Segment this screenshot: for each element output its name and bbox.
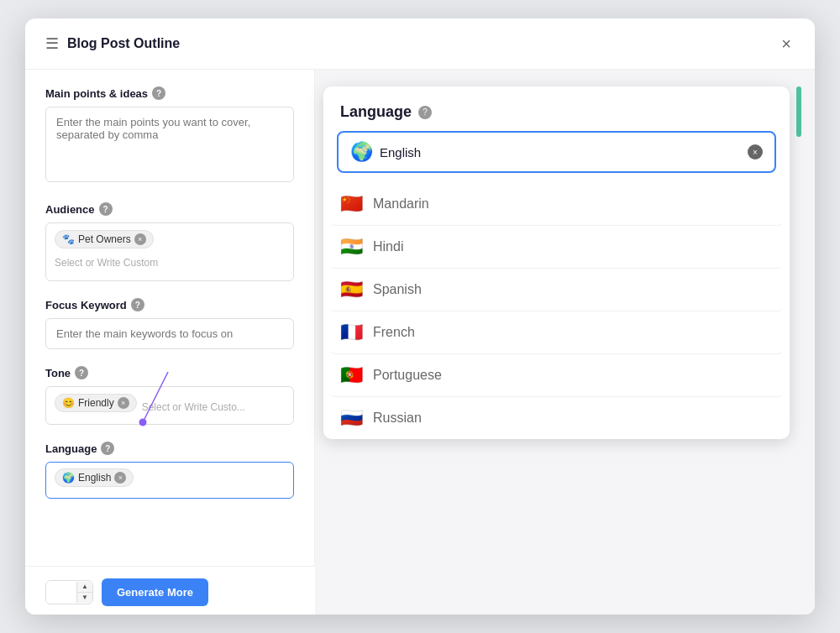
audience-tag: 🐾 Pet Owners × [55, 230, 154, 248]
modal-header: ☰ Blog Post Outline × [25, 18, 815, 70]
scrollbar-hint [796, 86, 801, 137]
quantity-wrapper: 1 ▲ ▼ [45, 580, 93, 604]
focus-keyword-help-icon[interactable]: ? [131, 298, 144, 311]
tone-help-icon[interactable]: ? [75, 366, 88, 379]
dropdown-title: Language [340, 103, 412, 121]
language-list[interactable]: 🇨🇳 Mandarin 🇮🇳 Hindi 🇪🇸 Spanish 🇫🇷 Frenc… [323, 183, 790, 439]
lang-flag-0: 🇨🇳 [340, 195, 363, 213]
tone-input[interactable]: 😊 Friendly × Select or Write Custo... [45, 386, 294, 425]
modal-body: Main points & ideas ? Audience ? 🐾 Pet O… [25, 70, 815, 615]
tone-tag-icon: 😊 [62, 397, 75, 409]
stepper-up[interactable]: ▲ [77, 582, 92, 593]
quantity-input[interactable]: 1 [46, 581, 76, 604]
selected-language[interactable]: 🌍 English × [337, 131, 776, 173]
lang-item[interactable]: 🇨🇳 Mandarin [330, 183, 783, 226]
modal-title: Blog Post Outline [67, 36, 180, 51]
focus-keyword-section: Focus Keyword ? [45, 298, 294, 349]
language-tag-icon: 🌍 [62, 472, 75, 484]
stepper-down[interactable]: ▼ [77, 593, 92, 603]
bottom-bar: 1 ▲ ▼ Generate More [25, 566, 315, 615]
lang-name-2: Spanish [373, 282, 422, 297]
selected-lang-text: English [380, 145, 741, 160]
language-section: Language ? 🌍 English × [45, 442, 294, 499]
language-tag-remove[interactable]: × [114, 472, 126, 484]
main-points-label: Main points & ideas ? [45, 86, 294, 100]
lang-flag-1: 🇮🇳 [340, 238, 363, 256]
close-button[interactable]: × [778, 32, 795, 55]
lang-name-4: Portuguese [373, 368, 442, 383]
lang-item[interactable]: 🇮🇳 Hindi [330, 226, 783, 269]
selected-lang-remove[interactable]: × [748, 144, 763, 160]
tone-tag-remove[interactable]: × [118, 397, 129, 409]
tone-tag: 😊 Friendly × [55, 394, 137, 412]
language-input[interactable]: 🌍 English × [45, 462, 294, 499]
modal: ☰ Blog Post Outline × Main points & idea… [25, 18, 815, 615]
quantity-stepper: ▲ ▼ [76, 582, 92, 603]
dropdown-header: Language ? [323, 86, 790, 131]
tone-placeholder: Select or Write Custo... [142, 401, 245, 413]
lang-item[interactable]: 🇵🇹 Portuguese [330, 354, 783, 397]
audience-section: Audience ? 🐾 Pet Owners × Select or Writ… [45, 202, 294, 281]
left-panel: Main points & ideas ? Audience ? 🐾 Pet O… [25, 70, 315, 615]
lang-item[interactable]: 🇫🇷 French [330, 311, 783, 354]
lang-flag-3: 🇫🇷 [340, 323, 363, 342]
audience-placeholder: Select or Write Custom [55, 257, 285, 269]
lang-name-5: Russian [373, 411, 422, 426]
focus-keyword-label: Focus Keyword ? [45, 298, 294, 311]
language-dropdown: Language ? 🌍 English × 🇨🇳 Mandarin 🇮🇳 Hi… [323, 86, 790, 439]
lang-item[interactable]: 🇷🇺 Russian [330, 397, 783, 439]
language-label: Language ? [45, 442, 294, 455]
outline-icon: ☰ [45, 34, 59, 53]
language-list-inner: 🇨🇳 Mandarin 🇮🇳 Hindi 🇪🇸 Spanish 🇫🇷 Frenc… [323, 183, 790, 439]
audience-tag-icon: 🐾 [62, 233, 75, 245]
lang-name-1: Hindi [373, 239, 403, 254]
lang-name-0: Mandarin [373, 196, 429, 212]
main-points-input[interactable] [45, 107, 294, 182]
language-tag: 🌍 English × [55, 468, 134, 487]
main-points-section: Main points & ideas ? [45, 86, 294, 186]
modal-header-left: ☰ Blog Post Outline [45, 34, 180, 53]
lang-flag-2: 🇪🇸 [340, 280, 363, 299]
tone-label: Tone ? [45, 366, 294, 379]
selected-lang-flag: 🌍 [350, 143, 373, 161]
right-panel: Language ? 🌍 English × 🇨🇳 Mandarin 🇮🇳 Hi… [315, 70, 815, 615]
lang-item[interactable]: 🇪🇸 Spanish [330, 269, 783, 311]
lang-name-3: French [373, 325, 415, 340]
language-help-icon[interactable]: ? [101, 442, 114, 455]
focus-keyword-input[interactable] [45, 318, 294, 349]
main-points-help-icon[interactable]: ? [152, 86, 165, 100]
audience-help-icon[interactable]: ? [99, 202, 113, 216]
dropdown-help-icon[interactable]: ? [418, 106, 432, 119]
generate-button[interactable]: Generate More [102, 578, 208, 606]
audience-label: Audience ? [45, 202, 294, 216]
audience-tag-remove[interactable]: × [134, 233, 146, 245]
tone-section: Tone ? 😊 Friendly × Select or Write Cust… [45, 366, 294, 425]
audience-input[interactable]: 🐾 Pet Owners × Select or Write Custom [45, 222, 294, 281]
lang-flag-5: 🇷🇺 [340, 409, 363, 427]
lang-flag-4: 🇵🇹 [340, 366, 363, 385]
